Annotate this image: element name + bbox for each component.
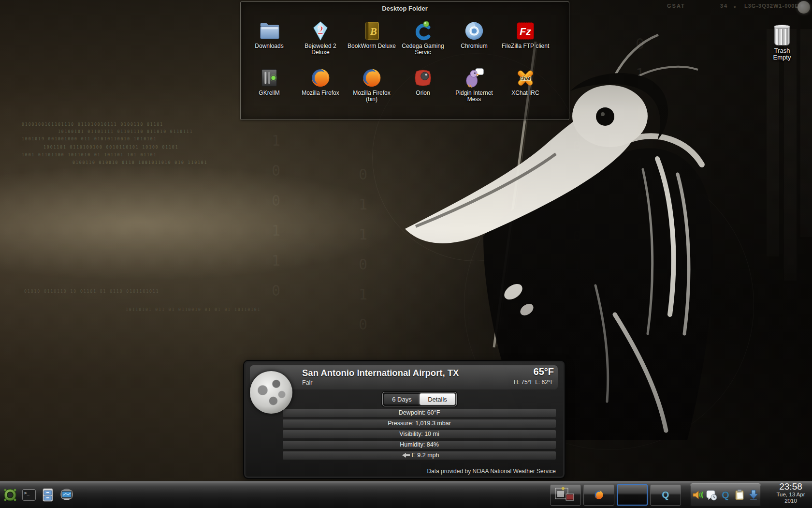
launcher-area: >_ [3,488,74,502]
desktop-icon-label: Orion [398,90,448,96]
weather-location: San Antonio International Airport, TX [302,368,459,378]
desktop-icon-orion[interactable]: Orion [397,65,449,112]
desktop-icon-chromium[interactable]: Chromium [449,18,500,65]
firefox-icon [361,67,383,89]
gkrellm-icon [258,67,280,89]
weather-tab-group: 6 Days Details [382,392,457,406]
desktop-icon-label: Pidgin Internet Mess [449,90,499,103]
chromium-icon [463,20,485,42]
desktop-icon-label: Mozilla Firefox [295,90,346,96]
cedega-icon [412,20,434,42]
remote-display-launcher-icon[interactable] [59,488,74,502]
weather-temperature: 65°F [534,366,554,377]
desktop-folder-widget: Desktop Folder Downloads 2 [240,1,569,120]
kget-download-tray-icon[interactable] [748,489,759,501]
moon-phase-icon [250,371,292,414]
desktop-icon-pidgin[interactable]: Pidgin Internet Mess [449,65,500,112]
firefox-task-icon [594,490,604,500]
trash-name: Trash [769,47,795,54]
desktop-icon-cedega[interactable]: Cedega Gaming Servic [397,18,449,65]
filezilla-icon: Fz [514,20,536,42]
desktop-icon-label: FileZilla FTP client [500,43,551,49]
firefox-icon [309,67,332,89]
svg-text:chat: chat [520,75,531,81]
task-button-1[interactable] [550,484,581,506]
weather-detail-visibility: Visibility: 10 mi [283,430,556,438]
desktop-icon-firefox[interactable]: Mozilla Firefox [295,65,346,112]
clock-date: Tue, 13 Apr [772,492,810,498]
messenger-tray-icon[interactable] [706,489,717,501]
taskbar-panel: >_ [0,481,812,508]
window-thumbnails-icon [554,486,577,504]
weather-high-low: H: 75°F L: 62°F [514,379,554,386]
desktop-folder-title: Desktop Folder [241,5,569,12]
quassel-tray-icon[interactable]: Q [720,489,731,501]
desktop-icon-label: Mozilla Firefox (bin) [347,90,397,103]
desktop-icon-grid: Downloads 2 Bejeweled 2 Deluxe [244,18,565,112]
xchat-icon: chat [514,67,536,89]
digital-clock[interactable]: 23:58 Tue, 13 Apr 2010 [772,482,810,504]
weather-detail-pressure: Pressure: 1,019.3 mbar [283,419,556,428]
bookworm-book-icon: B [361,20,383,42]
desktop-icon-gkrellm[interactable]: GKrellM [244,65,295,112]
svg-text:>_: >_ [24,491,29,495]
weather-data-source: Data provided by NOAA National Weather S… [427,468,556,475]
app-menu-launcher-icon[interactable] [3,488,17,502]
trash-icon[interactable]: Trash Empty [769,26,795,61]
desktop-icon-label: GKrellM [244,90,294,96]
klipper-tray-icon[interactable] [734,489,745,501]
svg-text:2: 2 [318,24,323,37]
wind-direction-arrow-tail [405,454,410,456]
weather-condition: Fair [302,379,313,386]
desktop-icon-label: BookWorm Deluxe [347,43,397,49]
weather-details-list: Dewpoint: 60°F Pressure: 1,019.3 mbar Vi… [283,409,556,462]
quassel-task-icon: Q [662,490,669,500]
task-manager: Q [550,484,681,506]
desktop-icon-label: Bejeweled 2 Deluxe [295,43,346,56]
bejeweled-gem-icon: 2 [309,20,332,42]
clock-time: 23:58 [772,482,810,492]
file-cabinet-launcher-icon[interactable] [41,488,55,502]
desktop-icon-firefox-bin[interactable]: Mozilla Firefox (bin) [346,65,397,112]
desktop-icon-filezilla[interactable]: Fz FileZilla FTP client [500,18,551,65]
task-button-quassel[interactable]: Q [650,484,681,506]
desktop-icon-bejeweled[interactable]: 2 Bejeweled 2 Deluxe [295,18,346,65]
desktop: 0100100101101110 011010010111 0100110 01… [0,0,812,508]
svg-text:Q: Q [722,490,729,500]
desktop-icon-bookworm[interactable]: B BookWorm Deluxe [346,18,397,65]
terminal-launcher-icon[interactable]: >_ [22,488,36,502]
desktop-icon-label: Cedega Gaming Servic [398,43,448,56]
weather-widget: San Antonio International Airport, TX Fa… [243,360,566,479]
volume-tray-icon[interactable] [692,489,703,501]
weather-detail-humidity: Humidity: 84% [283,441,556,449]
clock-year: 2010 [772,498,810,504]
svg-text:B: B [370,26,377,37]
desktop-icon-xchat[interactable]: chat XChat IRC [500,65,551,112]
system-tray: Q [690,483,761,507]
trash-can-icon [774,26,790,45]
weather-detail-wind: E 9.2 mph [283,451,556,460]
trash-status: Empty [769,54,795,61]
task-button-firefox[interactable] [583,484,614,506]
tab-6-days[interactable]: 6 Days [384,393,420,405]
tab-details[interactable]: Details [420,393,455,405]
orion-icon [412,67,434,89]
pidgin-icon [463,67,485,89]
downloads-folder-icon [258,20,280,42]
weather-detail-dewpoint: Dewpoint: 60°F [283,409,556,417]
svg-text:Fz: Fz [520,26,531,37]
task-button-active-empty[interactable] [617,484,648,506]
desktop-icon-label: Chromium [449,43,499,49]
desktop-icon-label: Downloads [244,43,294,49]
weather-wind-text: E 9.2 mph [412,452,439,459]
desktop-icon-label: XChat IRC [500,90,551,96]
desktop-icon-downloads[interactable]: Downloads [244,18,295,65]
